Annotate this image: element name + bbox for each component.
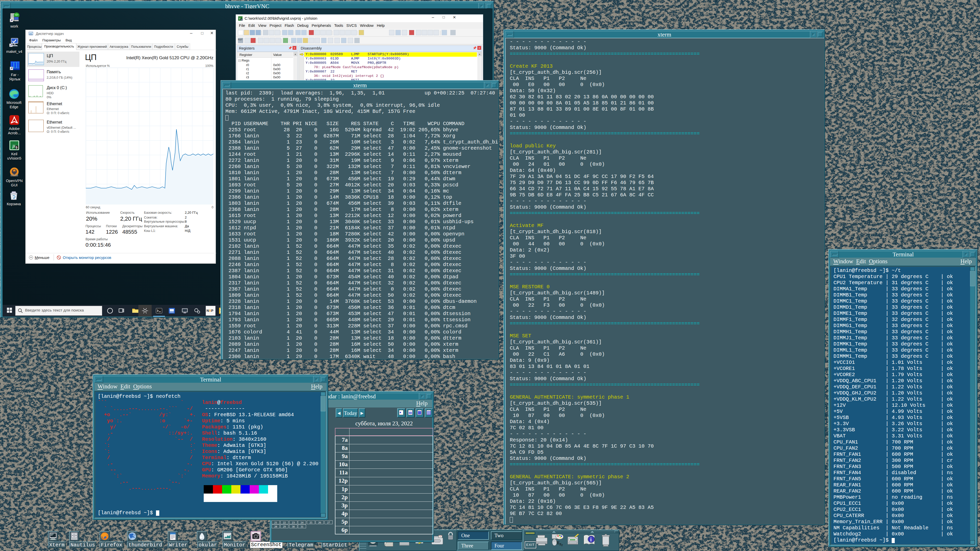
svg-text:µ: µ bbox=[12, 142, 16, 149]
svg-text:i: i bbox=[590, 537, 592, 542]
svg-text:5: 5 bbox=[16, 145, 18, 150]
svg-text:T: T bbox=[561, 544, 563, 547]
svg-text:5: 5 bbox=[241, 19, 242, 21]
